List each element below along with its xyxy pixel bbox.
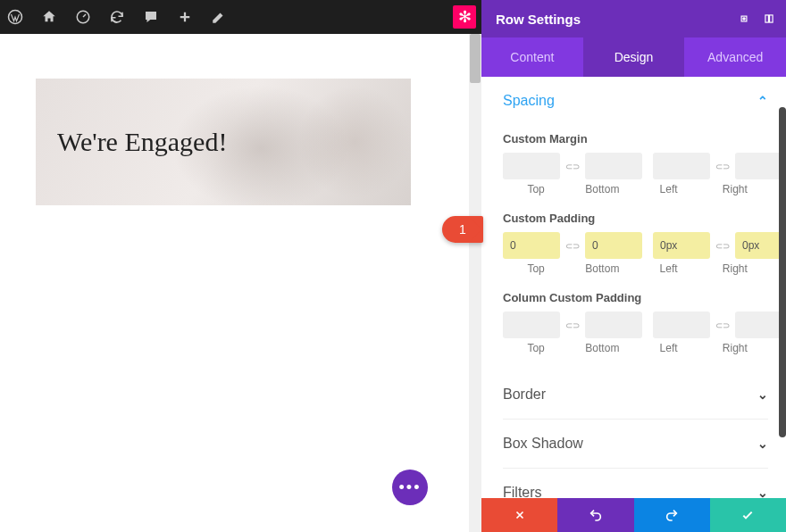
tab-design[interactable]: Design	[583, 37, 685, 77]
chevron-up-icon: ⌃	[757, 94, 768, 108]
link-icon[interactable]: ⊂⊃	[565, 241, 580, 251]
refresh-icon[interactable]	[109, 9, 125, 25]
svg-point-3	[743, 18, 745, 20]
margin-top-input[interactable]	[503, 153, 560, 179]
chevron-down-icon: ⌄	[757, 387, 768, 402]
custom-padding-inputs: ⊂⊃ ⊂⊃	[503, 232, 768, 259]
section-filters[interactable]: Filters ⌄	[503, 469, 768, 498]
hero-module[interactable]: We're Engaged!	[36, 79, 411, 205]
lbl-left: Left	[636, 342, 702, 354]
custom-margin-inputs: ⊂⊃ ⊂⊃	[503, 153, 768, 179]
padding-top-input[interactable]	[503, 232, 560, 259]
padding-bottom-input[interactable]	[585, 232, 642, 259]
custom-margin-label: Custom Margin	[503, 132, 768, 145]
col-padding-left-input[interactable]	[653, 312, 710, 338]
section-border[interactable]: Border ⌄	[503, 370, 768, 420]
floating-menu-button[interactable]: •••	[392, 470, 428, 505]
col-padding-top-input[interactable]	[503, 312, 560, 338]
margin-left-input[interactable]	[653, 153, 710, 179]
lbl-left: Left	[636, 262, 702, 275]
wp-admin-bar: ✻	[0, 0, 481, 34]
link-icon[interactable]: ⊂⊃	[715, 241, 730, 251]
preview-pane: ✻ We're Engaged! •••	[0, 0, 481, 532]
expand-icon[interactable]	[738, 12, 750, 25]
lbl-top: Top	[503, 342, 569, 354]
snap-icon[interactable]	[763, 12, 775, 25]
chevron-down-icon: ⌄	[757, 486, 768, 498]
plus-icon[interactable]	[177, 9, 193, 25]
link-icon[interactable]: ⊂⊃	[715, 320, 730, 330]
svg-rect-5	[770, 15, 773, 22]
lbl-top: Top	[503, 183, 569, 195]
panel-title: Row Settings	[496, 12, 581, 27]
panel-header: Row Settings	[481, 0, 786, 37]
redo-button[interactable]	[634, 498, 710, 532]
dashboard-icon[interactable]	[75, 9, 91, 25]
lbl-bottom: Bottom	[569, 183, 635, 195]
lbl-right: Right	[702, 262, 768, 275]
settings-panel: Row Settings Content Design Advanced Spa…	[481, 0, 786, 532]
section-spacing-title: Spacing	[503, 93, 555, 109]
lbl-right: Right	[702, 342, 768, 354]
lbl-right: Right	[702, 183, 768, 195]
preview-scrollbar[interactable]	[469, 34, 481, 532]
col-padding-bottom-input[interactable]	[585, 312, 642, 338]
confirm-button[interactable]	[710, 498, 786, 532]
hero-headline: We're Engaged!	[57, 127, 227, 157]
wordpress-icon[interactable]	[7, 9, 23, 25]
undo-button[interactable]	[557, 498, 633, 532]
panel-footer	[481, 498, 786, 532]
lbl-bottom: Bottom	[569, 342, 635, 354]
lbl-bottom: Bottom	[569, 262, 635, 275]
margin-bottom-input[interactable]	[585, 153, 642, 179]
link-icon[interactable]: ⊂⊃	[715, 162, 730, 171]
annotation-pin: 1	[442, 216, 483, 243]
comment-icon[interactable]	[143, 9, 159, 25]
annotation-callout: 1	[442, 216, 483, 243]
divi-badge-icon[interactable]: ✻	[453, 5, 476, 29]
svg-rect-4	[765, 15, 769, 22]
padding-left-input[interactable]	[653, 232, 710, 259]
cancel-button[interactable]	[481, 498, 557, 532]
home-icon[interactable]	[41, 9, 57, 25]
edit-icon[interactable]	[211, 9, 227, 25]
tab-advanced[interactable]: Advanced	[684, 37, 786, 77]
link-icon[interactable]: ⊂⊃	[565, 320, 580, 330]
section-box-shadow[interactable]: Box Shadow ⌄	[503, 420, 768, 469]
column-padding-inputs: ⊂⊃ ⊂⊃	[503, 312, 768, 338]
section-spacing[interactable]: Spacing ⌃	[503, 77, 768, 125]
lbl-left: Left	[636, 183, 702, 195]
chevron-down-icon: ⌄	[757, 436, 768, 451]
lbl-top: Top	[503, 262, 569, 275]
column-padding-label: Column Custom Padding	[503, 291, 768, 304]
link-icon[interactable]: ⊂⊃	[565, 162, 580, 171]
panel-scrollbar[interactable]	[779, 77, 786, 461]
page-canvas: We're Engaged! •••	[0, 34, 481, 532]
panel-tabs: Content Design Advanced	[481, 37, 786, 77]
custom-padding-label: Custom Padding	[503, 212, 768, 225]
tab-content[interactable]: Content	[481, 37, 583, 77]
